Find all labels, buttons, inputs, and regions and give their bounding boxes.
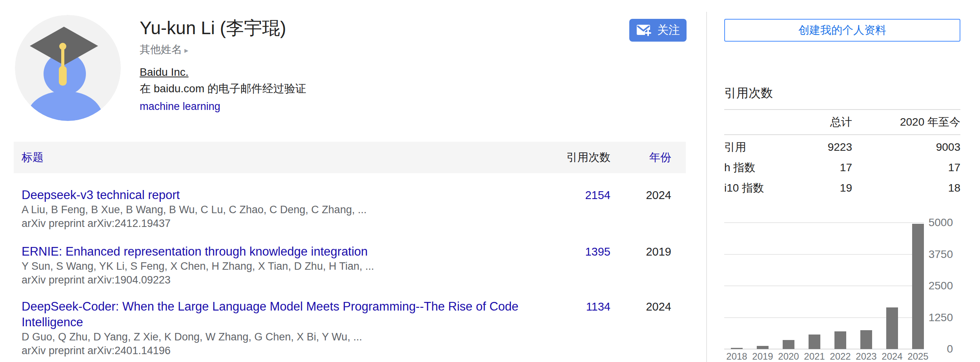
sort-by-year-header[interactable]: 年份 [610, 150, 671, 165]
graduate-avatar-icon [15, 15, 121, 121]
chart-ytick-label: 5000 [925, 217, 953, 229]
article-row: DeepSeek-Coder: When the Large Language … [14, 299, 686, 358]
chart-ytick-label: 2500 [925, 280, 953, 292]
chevron-right-icon: ▸ [184, 46, 188, 55]
follow-button-label: 关注 [657, 22, 680, 38]
stats-col-since: 2020 年至今 [852, 115, 960, 130]
citation-stats-table: 总计 2020 年至今 引用 9223 9003 h 指数 17 17 i10 … [724, 109, 960, 196]
stats-value-since: 18 [852, 182, 960, 194]
article-title-link[interactable]: ERNIE: Enhanced representation through k… [22, 244, 543, 260]
stats-row-label: h 指数 [724, 160, 803, 175]
avatar [15, 15, 121, 121]
stats-value-all: 17 [803, 161, 852, 174]
chart-bar-2020[interactable] [783, 340, 794, 349]
stats-row-i10-index: i10 指数 19 18 [724, 180, 960, 196]
chart-xtick-label[interactable]: 2025 [905, 351, 931, 362]
chart-xtick-label[interactable]: 2020 [776, 351, 801, 362]
chart-bar-2022[interactable] [834, 331, 846, 349]
article-authors: Y Sun, S Wang, YK Li, S Feng, X Chen, H … [22, 260, 563, 273]
stats-col-all: 总计 [803, 115, 852, 130]
chart-bar-2019[interactable] [757, 346, 769, 349]
chart-ytick-label: 3750 [925, 249, 953, 260]
article-row: ERNIE: Enhanced representation through k… [14, 244, 686, 287]
article-cited-by-link[interactable]: 1134 [563, 299, 610, 314]
chart-bar-2018[interactable] [731, 348, 743, 349]
stats-row-label: 引用 [724, 140, 803, 155]
article-year: 2024 [610, 299, 671, 314]
chart-bar-2024[interactable] [886, 307, 898, 349]
article-venue: arXiv preprint arXiv:1904.09223 [22, 273, 563, 287]
other-names-label: 其他姓名 [140, 44, 182, 55]
stats-value-all: 9223 [803, 141, 852, 154]
article-title-link[interactable]: DeepSeek-Coder: When the Large Language … [22, 299, 543, 330]
article-venue: arXiv preprint arXiv:2401.14196 [22, 344, 563, 358]
chart-xtick-label[interactable]: 2018 [724, 351, 750, 362]
chart-xtick-label[interactable]: 2022 [827, 351, 853, 362]
article-authors: A Liu, B Feng, B Xue, B Wang, B Wu, C Lu… [22, 203, 563, 217]
affiliation-line: Baidu Inc. [140, 64, 189, 80]
stats-row-citations: 引用 9223 9003 [724, 139, 960, 155]
follow-button[interactable]: 关注 [629, 19, 687, 42]
sort-by-title-header[interactable]: 标题 [22, 150, 563, 165]
article-venue: arXiv preprint arXiv:2412.19437 [22, 217, 563, 230]
article-row: Deepseek-v3 technical report A Liu, B Fe… [14, 187, 686, 230]
stats-row-label: i10 指数 [724, 181, 803, 196]
article-authors: D Guo, Q Zhu, D Yang, Z Xie, K Dong, W Z… [22, 330, 563, 344]
article-year: 2019 [610, 244, 671, 260]
stats-value-since: 9003 [852, 141, 960, 154]
chart-xtick-label[interactable]: 2023 [853, 351, 879, 362]
chart-xtick-label[interactable]: 2019 [750, 351, 776, 362]
chart-xtick-label[interactable]: 2021 [801, 351, 827, 362]
stats-value-all: 19 [803, 182, 852, 194]
page-title: Yu-kun Li (李宇琨) [140, 16, 286, 39]
article-title-link[interactable]: Deepseek-v3 technical report [22, 187, 543, 203]
other-names-toggle[interactable]: 其他姓名▸ [140, 42, 188, 57]
articles-table: 标题 引用次数 年份 Deepseek-v3 technical report … [14, 142, 686, 358]
articles-header-row: 标题 引用次数 年份 [14, 142, 686, 173]
sort-by-citations-header[interactable]: 引用次数 [563, 150, 610, 165]
chart-gridline [724, 222, 924, 223]
stats-header-row: 总计 2020 年至今 [724, 110, 960, 135]
article-cited-by-link[interactable]: 1395 [563, 244, 610, 260]
affiliation-link[interactable]: Baidu Inc. [140, 66, 189, 78]
column-divider [706, 12, 707, 362]
chart-bar-2025[interactable] [912, 224, 924, 349]
citations-heading: 引用次数 [724, 85, 773, 101]
create-profile-button[interactable]: 创建我的个人资料 [724, 19, 960, 42]
envelope-add-icon [636, 23, 652, 37]
article-year: 2024 [610, 187, 671, 203]
chart-bar-2023[interactable] [860, 330, 872, 349]
chart-gridline [724, 285, 924, 286]
verified-email-text: 在 baidu.com 的电子邮件经过验证 [140, 81, 306, 97]
chart-bar-2021[interactable] [809, 335, 820, 349]
interests-row: machine learning [140, 101, 220, 113]
stats-row-h-index: h 指数 17 17 [724, 159, 960, 176]
chart-ytick-label: 1250 [925, 312, 953, 324]
article-cited-by-link[interactable]: 2154 [563, 187, 610, 203]
interest-link[interactable]: machine learning [140, 101, 220, 112]
chart-xtick-label[interactable]: 2024 [879, 351, 905, 362]
create-profile-label: 创建我的个人资料 [798, 23, 886, 38]
citations-chart-plot [724, 223, 924, 349]
stats-value-since: 17 [852, 161, 960, 174]
chart-gridline [724, 254, 924, 255]
